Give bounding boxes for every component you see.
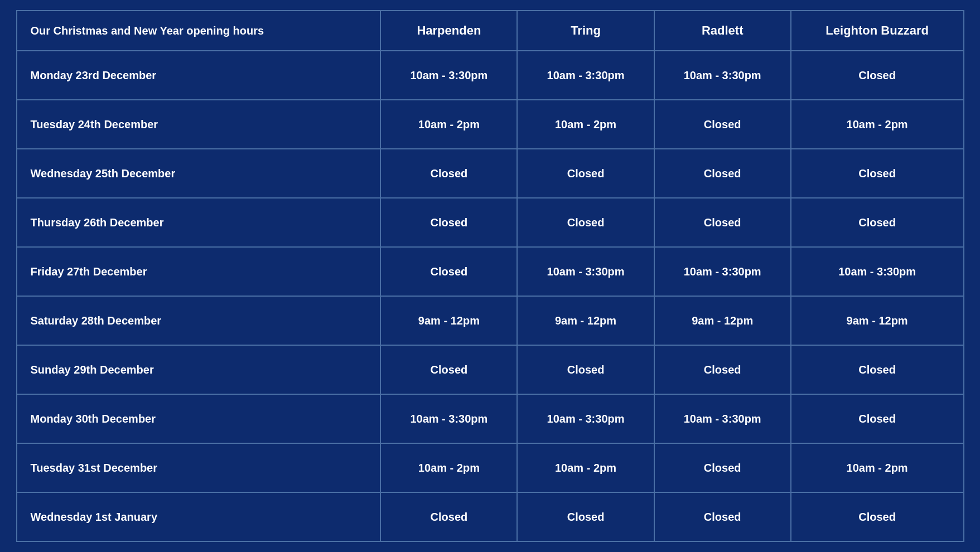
opening-hours-table: Our Christmas and New Year opening hours… <box>16 10 964 542</box>
harpenden-cell: 10am - 2pm <box>380 443 517 492</box>
tring-cell: 10am - 3:30pm <box>517 394 654 443</box>
tring-cell: Closed <box>517 149 654 198</box>
harpenden-cell: 10am - 3:30pm <box>380 51 517 100</box>
tring-cell: 9am - 12pm <box>517 296 654 345</box>
harpenden-cell: Closed <box>380 198 517 247</box>
radlett-cell: 10am - 3:30pm <box>654 247 791 296</box>
table-row: Sunday 29th DecemberClosedClosedClosedCl… <box>17 345 964 394</box>
tring-cell: Closed <box>517 492 654 541</box>
leighton-cell: 9am - 12pm <box>791 296 964 345</box>
radlett-cell: Closed <box>654 443 791 492</box>
harpenden-cell: Closed <box>380 247 517 296</box>
radlett-cell: Closed <box>654 149 791 198</box>
table-row: Wednesday 25th DecemberClosedClosedClose… <box>17 149 964 198</box>
table-row: Tuesday 31st December10am - 2pm10am - 2p… <box>17 443 964 492</box>
date-cell: Friday 27th December <box>17 247 381 296</box>
tring-cell: 10am - 2pm <box>517 443 654 492</box>
leighton-cell: Closed <box>791 345 964 394</box>
harpenden-cell: Closed <box>380 345 517 394</box>
tring-cell: Closed <box>517 345 654 394</box>
radlett-cell: 9am - 12pm <box>654 296 791 345</box>
radlett-cell: 10am - 3:30pm <box>654 394 791 443</box>
header-title: Our Christmas and New Year opening hours <box>17 11 381 51</box>
table-row: Monday 23rd December10am - 3:30pm10am - … <box>17 51 964 100</box>
tring-cell: 10am - 3:30pm <box>517 247 654 296</box>
leighton-cell: Closed <box>791 51 964 100</box>
harpenden-cell: 9am - 12pm <box>380 296 517 345</box>
date-cell: Tuesday 24th December <box>17 100 381 149</box>
harpenden-cell: 10am - 3:30pm <box>380 394 517 443</box>
harpenden-cell: Closed <box>380 149 517 198</box>
date-cell: Monday 23rd December <box>17 51 381 100</box>
date-cell: Sunday 29th December <box>17 345 381 394</box>
table-row: Monday 30th December10am - 3:30pm10am - … <box>17 394 964 443</box>
table-row: Wednesday 1st JanuaryClosedClosedClosedC… <box>17 492 964 541</box>
tring-cell: 10am - 3:30pm <box>517 51 654 100</box>
date-cell: Thursday 26th December <box>17 198 381 247</box>
harpenden-cell: 10am - 2pm <box>380 100 517 149</box>
leighton-cell: Closed <box>791 492 964 541</box>
leighton-cell: Closed <box>791 394 964 443</box>
radlett-cell: Closed <box>654 100 791 149</box>
header-leighton-buzzard: Leighton Buzzard <box>791 11 964 51</box>
tring-cell: 10am - 2pm <box>517 100 654 149</box>
table-row: Tuesday 24th December10am - 2pm10am - 2p… <box>17 100 964 149</box>
radlett-cell: Closed <box>654 492 791 541</box>
date-cell: Saturday 28th December <box>17 296 381 345</box>
tring-cell: Closed <box>517 198 654 247</box>
table-header-row: Our Christmas and New Year opening hours… <box>17 11 964 51</box>
radlett-cell: 10am - 3:30pm <box>654 51 791 100</box>
leighton-cell: 10am - 2pm <box>791 443 964 492</box>
date-cell: Wednesday 25th December <box>17 149 381 198</box>
header-harpenden: Harpenden <box>380 11 517 51</box>
header-tring: Tring <box>517 11 654 51</box>
date-cell: Wednesday 1st January <box>17 492 381 541</box>
date-cell: Monday 30th December <box>17 394 381 443</box>
leighton-cell: Closed <box>791 149 964 198</box>
harpenden-cell: Closed <box>380 492 517 541</box>
leighton-cell: 10am - 2pm <box>791 100 964 149</box>
date-cell: Tuesday 31st December <box>17 443 381 492</box>
table-row: Friday 27th DecemberClosed10am - 3:30pm1… <box>17 247 964 296</box>
table-row: Saturday 28th December9am - 12pm9am - 12… <box>17 296 964 345</box>
leighton-cell: Closed <box>791 198 964 247</box>
table-row: Thursday 26th DecemberClosedClosedClosed… <box>17 198 964 247</box>
radlett-cell: Closed <box>654 198 791 247</box>
radlett-cell: Closed <box>654 345 791 394</box>
header-radlett: Radlett <box>654 11 791 51</box>
leighton-cell: 10am - 3:30pm <box>791 247 964 296</box>
